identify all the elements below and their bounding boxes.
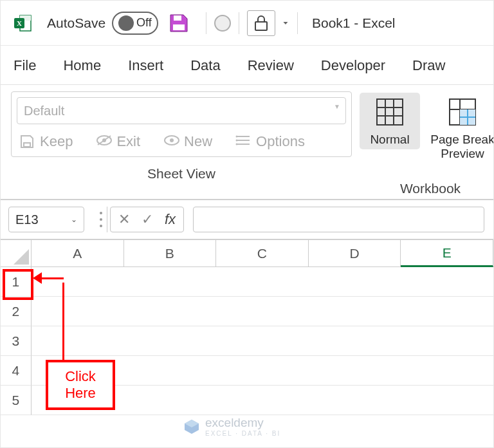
expand-handle[interactable] (95, 207, 107, 232)
sheet-view-value: Default (24, 104, 64, 118)
svg-rect-5 (173, 24, 185, 30)
cell[interactable] (309, 267, 401, 297)
svg-text:X: X (17, 19, 22, 27)
fx-button[interactable]: fx (165, 211, 176, 228)
menu-tabs: File Home Insert Data Review Developer D… (1, 46, 493, 84)
page-break-preview-button[interactable]: Page Break Preview (424, 93, 494, 163)
separator (206, 12, 206, 34)
watermark-logo-icon (183, 418, 200, 435)
cell[interactable] (216, 386, 309, 415)
lock-button[interactable] (247, 10, 275, 36)
tab-home[interactable]: Home (63, 57, 101, 74)
cell[interactable] (401, 267, 493, 297)
separator (297, 12, 298, 34)
group-label-workbook: Workbook (360, 181, 494, 196)
normal-view-icon (373, 95, 407, 129)
normal-view-button[interactable]: Normal (360, 93, 420, 149)
tab-data[interactable]: Data (190, 57, 220, 74)
record-indicator-icon (214, 15, 231, 32)
chevron-down-icon: ▼ (334, 103, 340, 110)
cell[interactable] (309, 326, 401, 356)
cell[interactable] (216, 326, 309, 356)
autosave-toggle[interactable]: Off (112, 12, 158, 35)
row-header-5[interactable]: 5 (1, 386, 32, 415)
enter-icon[interactable]: ✓ (142, 211, 153, 228)
svg-rect-6 (255, 22, 267, 30)
tab-developer[interactable]: Developer (321, 57, 385, 74)
excel-app-icon: X (14, 14, 33, 33)
group-label-sheet-view: Sheet View (11, 166, 352, 182)
column-header-b[interactable]: B (124, 240, 217, 267)
formula-input[interactable] (193, 207, 484, 232)
annotation-arrow (34, 277, 64, 279)
cell[interactable] (124, 356, 217, 386)
eye-exit-icon (96, 134, 111, 149)
cell[interactable] (124, 297, 217, 326)
cancel-icon[interactable]: ✕ (118, 211, 130, 228)
cell[interactable] (124, 386, 217, 415)
group-sheet-view: Default ▼ Keep Exit (11, 88, 352, 199)
svg-rect-4 (174, 15, 181, 21)
name-box[interactable]: E13 ⌄ (8, 207, 84, 232)
svg-point-17 (236, 140, 238, 142)
title-bar: X AutoSave Off ▼ Book1 - Excel (1, 1, 493, 46)
exit-label: Exit (116, 133, 140, 150)
tab-draw[interactable]: Draw (412, 57, 445, 74)
cell[interactable] (309, 356, 401, 386)
cell[interactable] (216, 297, 309, 326)
exit-button[interactable]: Exit (96, 133, 140, 150)
column-header-e[interactable]: E (401, 240, 493, 267)
cell[interactable] (32, 297, 124, 326)
save-icon[interactable] (169, 13, 189, 33)
svg-point-12 (170, 138, 174, 142)
annotation-tip: Click Here (46, 360, 115, 410)
group-workbook-views: Normal Page Break Preview Workbook (360, 88, 494, 199)
eye-new-icon (163, 134, 179, 149)
row: 2 (1, 297, 493, 326)
cell[interactable] (216, 267, 309, 297)
sheet-view-panel: Default ▼ Keep Exit (11, 91, 352, 157)
separator (239, 12, 239, 34)
ribbon: Default ▼ Keep Exit (1, 84, 493, 200)
cell[interactable] (32, 267, 124, 297)
cell[interactable] (32, 326, 124, 356)
chevron-down-icon[interactable]: ▼ (282, 20, 289, 25)
tab-insert[interactable]: Insert (128, 57, 163, 74)
tab-review[interactable]: Review (248, 57, 294, 74)
cell[interactable] (401, 386, 493, 415)
options-button[interactable]: Options (235, 133, 305, 150)
select-all-button[interactable] (1, 240, 32, 267)
row-header-3[interactable]: 3 (1, 326, 32, 356)
cell[interactable] (216, 356, 309, 386)
svg-point-16 (236, 136, 238, 138)
column-header-d[interactable]: D (309, 240, 401, 267)
cell[interactable] (124, 326, 217, 356)
cell[interactable] (401, 326, 493, 356)
cell[interactable] (401, 297, 493, 326)
sheet-view-dropdown[interactable]: Default ▼ (17, 97, 346, 124)
new-button[interactable]: New (163, 133, 212, 150)
cell[interactable] (401, 356, 493, 386)
row-header-2[interactable]: 2 (1, 297, 32, 326)
svg-point-18 (236, 144, 238, 145)
chevron-down-icon: ⌄ (71, 215, 77, 224)
formula-bar: E13 ⌄ ✕ ✓ fx (1, 200, 493, 240)
keep-button[interactable]: Keep (19, 133, 73, 150)
cell[interactable] (124, 267, 217, 297)
annotation-highlight-box (3, 269, 33, 300)
column-header-a[interactable]: A (32, 240, 124, 267)
watermark-brand: exceldemy (205, 416, 280, 430)
annotation-line (62, 283, 64, 361)
autosave-label: AutoSave (47, 15, 105, 31)
tab-file[interactable]: File (14, 57, 36, 74)
column-header-c[interactable]: C (216, 240, 309, 267)
cell[interactable] (309, 297, 401, 326)
column-headers: A B C D E (1, 240, 493, 267)
new-label: New (184, 133, 212, 150)
save-icon (19, 134, 35, 149)
autosave-state: Off (136, 16, 152, 30)
document-title: Book1 - Excel (312, 15, 396, 31)
row-header-4[interactable]: 4 (1, 356, 32, 386)
row: 3 (1, 326, 493, 356)
cell[interactable] (309, 386, 401, 415)
